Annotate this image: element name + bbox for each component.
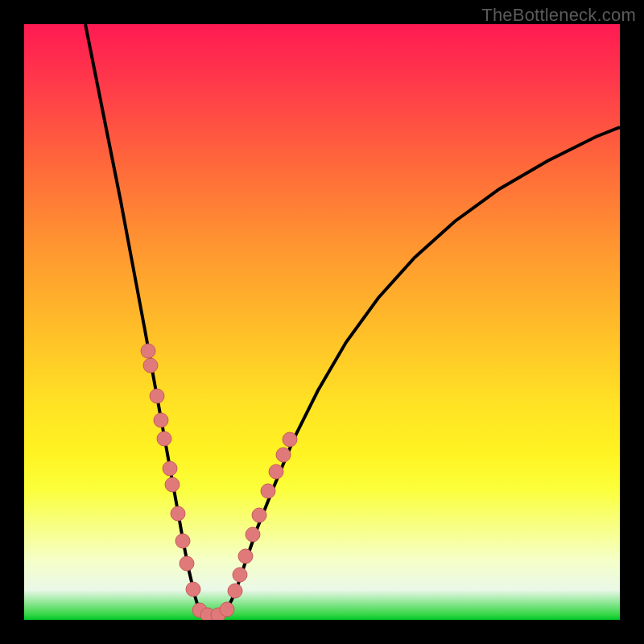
data-point-marker (150, 389, 164, 403)
marker-group (141, 344, 297, 620)
data-point-marker (276, 448, 291, 462)
data-point-marker (143, 358, 158, 373)
curve-right (225, 127, 620, 612)
data-point-marker (163, 461, 177, 476)
watermark-text: TheBottleneck.com (481, 5, 636, 26)
data-point-marker (233, 568, 247, 582)
curve-left (85, 24, 200, 612)
plot-area (24, 24, 620, 620)
data-point-marker (220, 602, 234, 617)
data-point-marker (246, 527, 260, 542)
data-point-marker (154, 413, 168, 427)
chart-svg (24, 24, 620, 620)
chart-frame: TheBottleneck.com (0, 0, 644, 644)
data-point-marker (175, 534, 190, 548)
data-point-marker (186, 582, 200, 597)
data-point-marker (171, 506, 185, 521)
data-point-marker (228, 584, 242, 598)
data-point-marker (165, 477, 180, 492)
data-point-marker (261, 484, 275, 498)
data-point-marker (252, 508, 266, 522)
data-point-marker (283, 432, 297, 447)
curve-group (85, 24, 620, 612)
data-point-marker (269, 464, 283, 479)
data-point-marker (238, 549, 253, 564)
data-point-marker (180, 556, 194, 571)
data-point-marker (141, 344, 155, 358)
data-point-marker (157, 431, 171, 446)
